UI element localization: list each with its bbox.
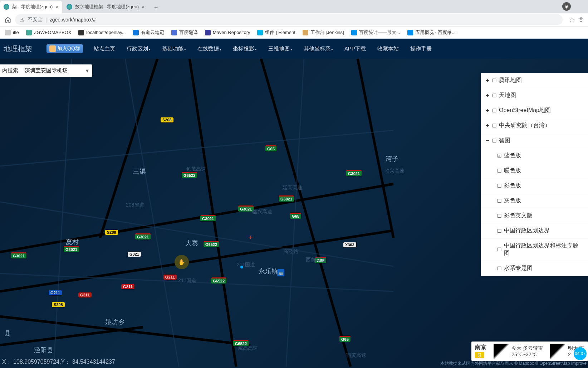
url-input[interactable]: ⚠ 不安全 | zgeo.work/mapbox/# xyxy=(15,14,563,25)
nav-收藏本站[interactable]: 收藏本站 xyxy=(377,45,399,52)
checkbox-icon[interactable]: ☐ xyxy=(492,123,497,129)
checkbox-icon[interactable]: ☐ xyxy=(492,93,497,98)
layer-panel[interactable]: +☐腾讯地图+☐天地图+☐OpenStreetMap地图+☐中央研究院（台湾）−… xyxy=(481,73,588,276)
road-label: 临兴高速 xyxy=(384,168,405,174)
town-label: 县 xyxy=(4,329,11,338)
bookmark-item[interactable]: itle xyxy=(2,28,22,37)
bookmark-item[interactable]: localhost/openlay... xyxy=(75,28,128,37)
browser-tabs: 架 - 零度地理(zgeo) × 数字地理框架 - 零度地理(zgeo) × +… xyxy=(0,0,588,13)
weather-aqi: 良 xyxy=(475,352,484,358)
close-icon[interactable]: × xyxy=(142,4,144,10)
nav-APP下载[interactable]: APP下载 xyxy=(344,45,366,52)
plus-icon[interactable]: + xyxy=(486,77,490,84)
road-label: 高泾路 xyxy=(283,248,298,255)
layer-option[interactable]: ☐中国行政区划边界 xyxy=(481,223,588,238)
town-label: 湾子 xyxy=(386,155,398,163)
security-text: 不安全 xyxy=(28,16,43,23)
highway-shield: G65 xyxy=(265,145,276,151)
nav-站点主页[interactable]: 站点主页 xyxy=(94,45,115,52)
chevron-down-icon: ▾ xyxy=(255,48,257,51)
checkbox-icon[interactable]: ☐ xyxy=(497,168,502,174)
nav-三维地图[interactable]: 三维地图▾ xyxy=(268,45,292,52)
bookmark-star-icon[interactable]: ☆ xyxy=(569,16,575,24)
tab-2[interactable]: 数字地理框架 - 零度地理(zgeo) × xyxy=(63,1,148,13)
close-icon[interactable]: × xyxy=(55,4,58,10)
highway-shield: S208 xyxy=(52,302,65,307)
bookmark-icon xyxy=(78,30,84,35)
bookmark-item[interactable]: 工作台 [Jenkins] xyxy=(300,28,347,37)
checkbox-icon[interactable]: ☐ xyxy=(497,266,502,271)
weather-widget[interactable]: 南京 良 今天 多云转雷 25℃~32℃ 明天 雷 2 04:07 xyxy=(471,342,588,361)
highway-shield: G65 xyxy=(339,336,351,342)
extension-icon[interactable]: ◉ xyxy=(562,2,571,11)
share-icon[interactable]: ⇪ xyxy=(578,16,584,24)
bookmark-item[interactable]: 百度翻译 xyxy=(168,28,201,37)
weather-tomorrow-icon xyxy=(550,344,565,359)
layer-group[interactable]: +☐OpenStreetMap地图 xyxy=(481,103,588,118)
layer-option[interactable]: ☐中国行政区划边界和标注专题图 xyxy=(481,238,588,261)
layer-group[interactable]: +☐中央研究院（台湾） xyxy=(481,118,588,133)
road-label: 临兴高速 xyxy=(252,209,272,215)
new-tab-button[interactable]: + xyxy=(151,3,161,13)
chevron-down-icon: ▾ xyxy=(220,48,221,51)
search-dropdown-toggle[interactable]: ▾ xyxy=(82,65,92,76)
layer-option[interactable]: ☑蓝色版 xyxy=(481,148,588,163)
bookmark-item[interactable]: 有道云笔记 xyxy=(130,28,167,37)
checkbox-icon[interactable]: ☐ xyxy=(497,213,502,219)
layer-group[interactable]: −☐智图 xyxy=(481,133,588,148)
checkbox-icon[interactable]: ☐ xyxy=(492,108,497,113)
checkbox-icon[interactable]: ☐ xyxy=(492,138,497,144)
layer-option[interactable]: ☐水系专题图 xyxy=(481,261,588,276)
checkbox-icon[interactable]: ☐ xyxy=(497,228,502,234)
bookmark-item[interactable]: 组件 | Element xyxy=(254,28,298,37)
home-icon[interactable] xyxy=(4,16,11,23)
plus-icon[interactable]: + xyxy=(486,107,490,114)
bookmark-item[interactable]: 百度统计——最大... xyxy=(348,28,403,37)
layer-option[interactable]: ☐彩色英文版 xyxy=(481,208,588,223)
bookmark-item[interactable]: 应用概况 - 百度移... xyxy=(405,28,459,37)
bookmark-item[interactable]: Maven Repository xyxy=(202,28,253,37)
highway-shield: G211 xyxy=(121,284,134,289)
search-label: 内搜索 xyxy=(0,64,21,77)
road-label: 延高高速 xyxy=(283,185,303,191)
checkbox-icon[interactable]: ☑ xyxy=(497,153,502,159)
nav-操作手册[interactable]: 操作手册 xyxy=(410,45,432,52)
chevron-down-icon: ▾ xyxy=(184,48,186,51)
bookmark-icon xyxy=(171,30,177,35)
tab-favicon xyxy=(67,4,72,10)
nav-在线数据[interactable]: 在线数据▾ xyxy=(197,45,221,52)
checkbox-icon[interactable]: ☐ xyxy=(497,183,502,189)
tab-1[interactable]: 架 - 零度地理(zgeo) × xyxy=(0,1,62,13)
layer-option[interactable]: ☐灰色版 xyxy=(481,193,588,208)
svg-line-6 xyxy=(0,327,143,345)
nav-坐标投影[interactable]: 坐标投影▾ xyxy=(233,45,257,52)
layer-option[interactable]: ☐彩色版 xyxy=(481,178,588,193)
highway-shield: G6522 xyxy=(182,172,197,178)
url-bar: ⚠ 不安全 | zgeo.work/mapbox/# ☆ ⇪ xyxy=(0,13,588,26)
transit-icon: 🚌 xyxy=(277,269,284,276)
checkbox-icon[interactable]: ☐ xyxy=(492,78,497,83)
layer-option[interactable]: ☐暖色版 xyxy=(481,163,588,178)
plus-icon[interactable]: + xyxy=(486,92,490,99)
map-attribution: 本站数据来从国内外网络平台获取而来 © Mapbox © OpenStreetM… xyxy=(440,360,587,367)
minus-icon[interactable]: − xyxy=(486,137,490,144)
town-label: 大寨 xyxy=(185,239,198,247)
layer-group[interactable]: +☐天地图 xyxy=(481,88,588,103)
plus-icon[interactable]: + xyxy=(486,122,490,129)
checkbox-icon[interactable]: ☐ xyxy=(497,247,502,252)
layer-group[interactable]: +☐腾讯地图 xyxy=(481,73,588,88)
highway-shield: G6522 xyxy=(211,277,226,284)
svg-line-7 xyxy=(358,59,393,238)
map-canvas[interactable]: ✋ + 🚌 S208G65G6522G3021G3021G3021G3021S2… xyxy=(0,59,588,368)
checkbox-icon[interactable]: ☐ xyxy=(497,198,502,204)
svg-line-8 xyxy=(0,130,393,166)
nav-基础功能[interactable]: 基础功能▾ xyxy=(162,45,186,52)
tab-title: 架 - 零度地理(zgeo) xyxy=(12,4,53,10)
nav-行政区划[interactable]: 行政区划▾ xyxy=(127,45,151,52)
nav-其他坐标系[interactable]: 其他坐标系▾ xyxy=(304,45,333,52)
grab-cursor-icon: ✋ xyxy=(175,255,189,269)
join-qq-button[interactable]: 加入QQ群 xyxy=(46,44,83,53)
search-input[interactable] xyxy=(21,65,82,77)
bookmark-icon xyxy=(351,30,357,35)
bookmark-item[interactable]: ZGWEOMAPBOX xyxy=(23,28,74,37)
